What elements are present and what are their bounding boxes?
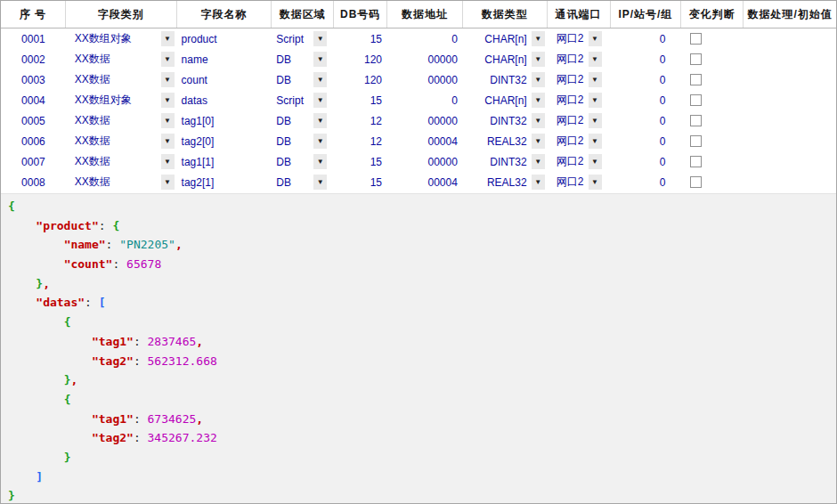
- change-detect-checkbox[interactable]: [690, 74, 702, 85]
- cell-data-type[interactable]: CHAR[n]▼: [463, 49, 548, 69]
- cell-db-number[interactable]: 15: [334, 151, 387, 172]
- cell-data-area[interactable]: DB▼: [272, 172, 334, 192]
- cell-comm-port[interactable]: 网口2▼: [548, 110, 611, 131]
- cell-data-process-initial[interactable]: [744, 151, 836, 172]
- cell-data-type[interactable]: CHAR[n]▼: [463, 90, 548, 110]
- cell-field-name[interactable]: tag1[0]: [177, 110, 272, 131]
- change-detect-checkbox[interactable]: [690, 176, 702, 188]
- cell-data-area[interactable]: DB▼: [272, 151, 334, 172]
- cell-ip-station-group[interactable]: 0: [611, 131, 682, 151]
- data-area-dropdown[interactable]: ▼: [313, 52, 327, 67]
- data-type-dropdown[interactable]: ▼: [532, 93, 545, 108]
- data-area-dropdown[interactable]: ▼: [313, 134, 327, 149]
- cell-data-address[interactable]: 00000: [387, 49, 463, 69]
- cell-db-number[interactable]: 15: [334, 90, 387, 110]
- cell-data-process-initial[interactable]: [744, 69, 836, 90]
- cell-db-number[interactable]: 15: [334, 172, 387, 192]
- cell-data-process-initial[interactable]: [744, 90, 836, 110]
- cell-category[interactable]: XX数据▼: [66, 151, 177, 172]
- cell-ip-station-group[interactable]: 0: [611, 151, 682, 172]
- change-detect-checkbox[interactable]: [690, 53, 702, 65]
- cell-field-name[interactable]: tag2[0]: [177, 131, 272, 151]
- change-detect-checkbox[interactable]: [690, 115, 702, 126]
- cell-comm-port[interactable]: 网口2▼: [548, 151, 611, 172]
- comm-port-dropdown[interactable]: ▼: [589, 134, 602, 149]
- cell-data-process-initial[interactable]: [744, 110, 836, 131]
- comm-port-dropdown[interactable]: ▼: [589, 113, 602, 128]
- cell-db-number[interactable]: 15: [334, 28, 387, 49]
- category-dropdown[interactable]: ▼: [161, 52, 175, 67]
- cell-field-name[interactable]: tag1[1]: [177, 151, 272, 172]
- cell-ip-station-group[interactable]: 0: [611, 172, 682, 192]
- category-dropdown[interactable]: ▼: [161, 175, 175, 190]
- cell-data-address[interactable]: 00004: [387, 172, 463, 192]
- cell-field-name[interactable]: product: [177, 28, 272, 49]
- cell-data-address[interactable]: 0: [387, 28, 463, 49]
- cell-db-number[interactable]: 12: [334, 110, 387, 131]
- cell-data-address[interactable]: 00004: [387, 131, 463, 151]
- cell-data-type[interactable]: DINT32▼: [463, 69, 548, 90]
- cell-category[interactable]: XX数据▼: [66, 110, 177, 131]
- comm-port-dropdown[interactable]: ▼: [589, 31, 602, 46]
- data-area-dropdown[interactable]: ▼: [313, 93, 327, 108]
- cell-field-name[interactable]: datas: [177, 90, 272, 110]
- cell-field-name[interactable]: tag2[1]: [177, 172, 272, 192]
- cell-data-address[interactable]: 00000: [387, 151, 463, 172]
- cell-db-number[interactable]: 120: [334, 69, 387, 90]
- cell-field-name[interactable]: count: [177, 69, 272, 90]
- data-area-dropdown[interactable]: ▼: [313, 175, 327, 190]
- cell-db-number[interactable]: 12: [334, 131, 387, 151]
- cell-comm-port[interactable]: 网口2▼: [548, 28, 611, 49]
- cell-data-address[interactable]: 00000: [387, 69, 463, 90]
- data-type-dropdown[interactable]: ▼: [532, 154, 545, 169]
- cell-ip-station-group[interactable]: 0: [611, 110, 682, 131]
- cell-data-type[interactable]: REAL32▼: [463, 131, 548, 151]
- cell-data-type[interactable]: DINT32▼: [463, 110, 548, 131]
- change-detect-checkbox[interactable]: [690, 94, 702, 106]
- cell-data-process-initial[interactable]: [744, 28, 836, 49]
- cell-comm-port[interactable]: 网口2▼: [548, 90, 611, 110]
- category-dropdown[interactable]: ▼: [161, 93, 175, 108]
- cell-ip-station-group[interactable]: 0: [611, 49, 682, 69]
- data-type-dropdown[interactable]: ▼: [532, 113, 545, 128]
- data-area-dropdown[interactable]: ▼: [313, 31, 327, 46]
- category-dropdown[interactable]: ▼: [161, 72, 175, 87]
- cell-category[interactable]: XX数据▼: [66, 69, 177, 90]
- comm-port-dropdown[interactable]: ▼: [589, 52, 602, 67]
- cell-data-type[interactable]: REAL32▼: [463, 172, 548, 192]
- data-area-dropdown[interactable]: ▼: [313, 72, 327, 87]
- change-detect-checkbox[interactable]: [690, 135, 702, 147]
- cell-data-area[interactable]: DB▼: [272, 110, 334, 131]
- data-type-dropdown[interactable]: ▼: [532, 134, 545, 149]
- cell-data-address[interactable]: 00000: [387, 110, 463, 131]
- cell-comm-port[interactable]: 网口2▼: [548, 49, 611, 69]
- data-area-dropdown[interactable]: ▼: [313, 113, 327, 128]
- cell-comm-port[interactable]: 网口2▼: [548, 69, 611, 90]
- cell-category[interactable]: XX数组对象▼: [66, 90, 177, 110]
- cell-data-area[interactable]: Script▼: [272, 90, 334, 110]
- comm-port-dropdown[interactable]: ▼: [589, 93, 602, 108]
- cell-data-area[interactable]: DB▼: [272, 131, 334, 151]
- comm-port-dropdown[interactable]: ▼: [589, 72, 602, 87]
- cell-ip-station-group[interactable]: 0: [611, 69, 682, 90]
- data-type-dropdown[interactable]: ▼: [532, 72, 545, 87]
- cell-data-address[interactable]: 0: [387, 90, 463, 110]
- cell-data-type[interactable]: DINT32▼: [463, 151, 548, 172]
- category-dropdown[interactable]: ▼: [161, 154, 175, 169]
- cell-db-number[interactable]: 120: [334, 49, 387, 69]
- data-area-dropdown[interactable]: ▼: [313, 154, 327, 169]
- data-type-dropdown[interactable]: ▼: [532, 31, 545, 46]
- comm-port-dropdown[interactable]: ▼: [589, 154, 602, 169]
- cell-category[interactable]: XX数据▼: [66, 49, 177, 69]
- cell-data-process-initial[interactable]: [744, 172, 836, 192]
- cell-field-name[interactable]: name: [177, 49, 272, 69]
- cell-category[interactable]: XX数组对象▼: [66, 28, 177, 49]
- category-dropdown[interactable]: ▼: [161, 134, 175, 149]
- cell-category[interactable]: XX数据▼: [66, 172, 177, 192]
- change-detect-checkbox[interactable]: [690, 156, 702, 167]
- cell-ip-station-group[interactable]: 0: [611, 28, 682, 49]
- category-dropdown[interactable]: ▼: [161, 31, 175, 46]
- cell-ip-station-group[interactable]: 0: [611, 90, 682, 110]
- cell-data-type[interactable]: CHAR[n]▼: [463, 28, 548, 49]
- change-detect-checkbox[interactable]: [690, 33, 702, 45]
